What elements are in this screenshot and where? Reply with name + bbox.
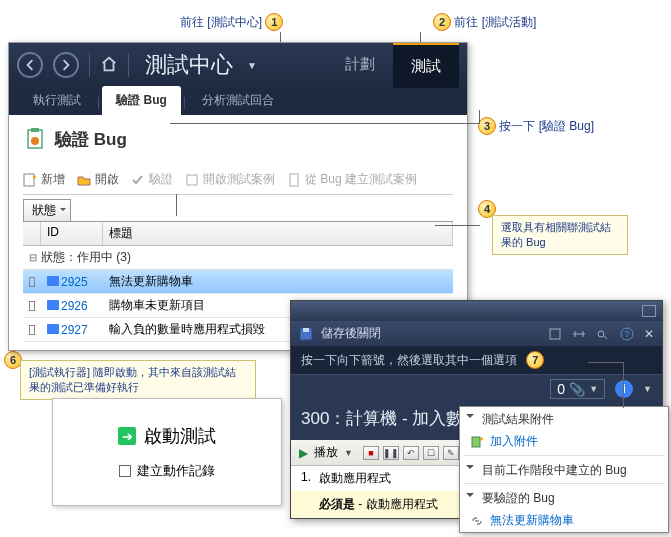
- create-case-button[interactable]: 從 Bug 建立測試案例: [287, 171, 417, 188]
- open-case-button[interactable]: 開啟測試案例: [185, 171, 275, 188]
- chevron-down-icon[interactable]: ▼: [344, 448, 353, 458]
- svg-rect-8: [550, 329, 560, 339]
- app-title: 測試中心: [145, 50, 233, 80]
- divider: [89, 53, 90, 77]
- menu-bug-link[interactable]: 無法更新購物車: [460, 509, 668, 532]
- launch-test-button[interactable]: ➔ 啟動測試: [118, 424, 216, 448]
- state-bar: 狀態: [23, 199, 453, 222]
- tip-6: [測試執行器] 隨即啟動，其中來自該測試結果的測試已準備好執行: [20, 360, 256, 400]
- bug-button[interactable]: ✎: [443, 446, 459, 460]
- main-tabs: 計劃 測試: [327, 43, 459, 88]
- callout-1: 前往 [測試中心] 1: [180, 13, 283, 31]
- callout-1-text: 前往 [測試中心]: [180, 15, 262, 29]
- svg-rect-3: [24, 174, 34, 186]
- forward-button[interactable]: [53, 52, 79, 78]
- svg-rect-4: [187, 175, 197, 185]
- svg-rect-12: [472, 437, 480, 447]
- close-icon[interactable]: ✕: [644, 327, 654, 341]
- toolbar: 新增 開啟 驗證 開啟測試案例 從 Bug 建立測試案例: [23, 165, 453, 195]
- help-icon[interactable]: ?: [620, 327, 634, 341]
- verify-button[interactable]: 驗證: [131, 171, 173, 188]
- badge-2: 2: [433, 13, 451, 31]
- chevron-down-icon[interactable]: ▼: [643, 384, 652, 394]
- open-button[interactable]: 開啟: [77, 171, 119, 188]
- save-icon: [299, 327, 313, 341]
- back-button[interactable]: [17, 52, 43, 78]
- open-folder-icon: [77, 173, 91, 187]
- col-id[interactable]: ID: [41, 222, 103, 245]
- svg-point-9: [598, 331, 604, 337]
- tab-plan[interactable]: 計劃: [327, 43, 393, 88]
- step-text: 啟動應用程式: [319, 470, 391, 487]
- verify-icon: [131, 173, 145, 187]
- bug-id: 2925: [55, 272, 103, 292]
- col-title[interactable]: 標題: [103, 222, 453, 245]
- callout-2-text: 前往 [測試活動]: [454, 15, 536, 29]
- pause-button[interactable]: ❚❚: [383, 446, 399, 460]
- title-dropdown-icon[interactable]: ▼: [247, 60, 257, 71]
- badge-3: 3: [478, 117, 496, 135]
- launch-panel: ➔ 啟動測試 建立動作記錄: [52, 398, 282, 506]
- svg-rect-7: [303, 328, 309, 332]
- svg-rect-1: [31, 128, 39, 132]
- camera-button[interactable]: ☐: [423, 446, 439, 460]
- divider: [128, 53, 129, 77]
- play-icon: ➔: [118, 427, 136, 445]
- create-action-log-checkbox[interactable]: 建立動作記錄: [119, 462, 215, 480]
- panel-title: 驗證 Bug: [23, 127, 453, 151]
- connector-4: [435, 225, 480, 226]
- paperclip-icon: 📎: [569, 382, 585, 397]
- badge-1: 1: [265, 13, 283, 31]
- subtab-verify[interactable]: 驗證 Bug: [102, 86, 181, 115]
- new-icon: [23, 173, 37, 187]
- callout-3-text: 按一下 [驗證 Bug]: [499, 119, 594, 133]
- step-controls: ■ ❚❚ ↶ ☐ ✎: [363, 446, 459, 460]
- open-case-icon: [185, 173, 199, 187]
- grid-header: ID 標題: [23, 222, 453, 246]
- play-button[interactable]: 播放: [314, 444, 338, 461]
- menu-section: 要驗證的 Bug: [460, 486, 668, 509]
- tool-icon-1[interactable]: [548, 327, 562, 341]
- svg-point-2: [31, 137, 39, 145]
- record-button[interactable]: ■: [363, 446, 379, 460]
- expand-toggle[interactable]: [23, 274, 41, 290]
- connector-3: [170, 110, 480, 124]
- home-icon[interactable]: [100, 55, 118, 76]
- play-icon: ▶: [299, 446, 308, 460]
- callout-2: 2 前往 [測試活動]: [433, 13, 536, 31]
- reset-button[interactable]: ↶: [403, 446, 419, 460]
- grid-row[interactable]: 2925 無法更新購物車: [23, 270, 453, 294]
- attachment-menu: 測試結果附件 加入附件 目前工作階段中建立的 Bug 要驗證的 Bug 無法更新…: [459, 406, 669, 533]
- bug-id: 2926: [55, 296, 103, 316]
- badge-7: 7: [526, 351, 544, 369]
- maximize-icon[interactable]: [642, 305, 656, 317]
- doc-icon: [287, 173, 301, 187]
- expand-toggle[interactable]: [23, 322, 41, 338]
- tool-icon-3[interactable]: [596, 327, 610, 341]
- tab-test[interactable]: 測試: [393, 43, 459, 88]
- save-close-button[interactable]: 儲存後關閉: [321, 325, 381, 342]
- app-header: 測試中心 ▼ 計劃 測試: [9, 43, 467, 87]
- svg-text:?: ?: [624, 329, 629, 339]
- new-button[interactable]: 新增: [23, 171, 65, 188]
- tool-icon-2[interactable]: [572, 327, 586, 341]
- expand-toggle[interactable]: [23, 298, 41, 314]
- menu-section: 目前工作階段中建立的 Bug: [460, 458, 668, 481]
- svg-rect-5: [290, 174, 298, 186]
- bug-title: 無法更新購物車: [103, 270, 453, 293]
- link-icon: [470, 514, 484, 528]
- grid-group[interactable]: 狀態：作用中 (3): [23, 246, 453, 270]
- clipboard-bug-icon: [23, 127, 47, 151]
- titlebar: [291, 301, 662, 321]
- state-dropdown[interactable]: 狀態: [23, 199, 71, 222]
- bug-id: 2927: [55, 320, 103, 340]
- tip-4: 選取具有相關聯測試結果的 Bug: [492, 215, 628, 255]
- callout-3: 3 按一下 [驗證 Bug]: [478, 117, 594, 135]
- step-number: 1.: [301, 470, 311, 487]
- runner-toolbar: 儲存後關閉 ? ✕: [291, 321, 662, 346]
- menu-add-attachment[interactable]: 加入附件: [460, 430, 668, 453]
- menu-section: 測試結果附件: [460, 407, 668, 430]
- subtab-run[interactable]: 執行測試: [19, 86, 95, 115]
- add-attachment-icon: [470, 435, 484, 449]
- connector-5: [176, 194, 177, 216]
